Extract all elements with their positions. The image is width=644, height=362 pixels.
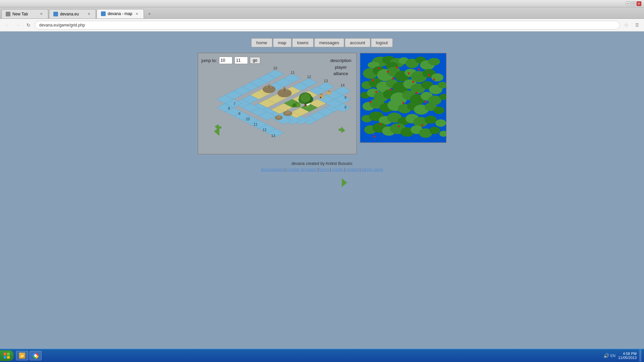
svg-point-105 bbox=[392, 77, 394, 79]
tab-close-new-tab[interactable]: ✕ bbox=[39, 11, 44, 17]
minimize-button[interactable]: ─ bbox=[626, 1, 631, 6]
footer-admin-panel[interactable]: admin panel bbox=[361, 167, 383, 172]
svg-point-107 bbox=[433, 78, 435, 80]
coord-11-bottom: 11 bbox=[253, 122, 257, 126]
coord-x-input[interactable] bbox=[219, 57, 232, 64]
show-desktop[interactable] bbox=[639, 350, 641, 362]
svg-rect-138 bbox=[4, 353, 6, 355]
network-icon: 🔊 bbox=[603, 353, 609, 358]
svg-point-111 bbox=[369, 101, 371, 103]
coord-10-top: 10 bbox=[273, 67, 277, 70]
footer: devana created by Andrei Busuioc devanap… bbox=[261, 161, 383, 172]
tab-label-devana-map: devana - map bbox=[108, 11, 132, 16]
new-tab-button[interactable]: + bbox=[145, 9, 154, 18]
go-button[interactable]: go bbox=[250, 57, 260, 64]
svg-point-106 bbox=[412, 81, 414, 83]
iso-grid-container: 7 8 9 10 11 12 13 10 11 12 13 14 bbox=[202, 67, 354, 150]
svg-point-112 bbox=[402, 102, 404, 104]
taskbar: 📁 🔊 EN 4:58 PM 11/05/2013 bbox=[0, 349, 644, 362]
svg-point-109 bbox=[389, 88, 391, 90]
windows-logo bbox=[3, 352, 10, 359]
svg-point-101 bbox=[408, 72, 410, 74]
coord-9-right: 9 bbox=[344, 96, 346, 100]
back-button[interactable]: ← bbox=[3, 21, 11, 29]
svg-point-132 bbox=[379, 123, 381, 125]
footer-devanapedia[interactable]: devanapedia bbox=[261, 167, 284, 172]
taskbar-clock: 4:58 PM 11/05/2013 bbox=[618, 352, 637, 360]
svg-rect-141 bbox=[7, 356, 10, 359]
tab-devana-map[interactable]: devana - map ✕ bbox=[97, 9, 144, 18]
svg-point-42 bbox=[292, 104, 296, 108]
coord-y-input[interactable] bbox=[234, 57, 248, 64]
map-panel: jump to: go description player alliance bbox=[198, 53, 357, 155]
start-button[interactable] bbox=[0, 350, 13, 361]
coord-9-left: 9 bbox=[238, 112, 240, 116]
clock-date: 11/05/2013 bbox=[618, 356, 637, 360]
nav-towns[interactable]: towns bbox=[292, 38, 314, 47]
chrome-menu[interactable]: ☰ bbox=[633, 21, 641, 29]
footer-terms[interactable]: terms bbox=[319, 167, 329, 172]
taskbar-explorer[interactable]: 📁 bbox=[16, 351, 28, 360]
tab-devana-eu[interactable]: devana.eu ✕ bbox=[49, 9, 96, 18]
svg-rect-140 bbox=[4, 356, 6, 359]
coord-12-bottom: 12 bbox=[262, 128, 266, 132]
coord-8-right: 8 bbox=[344, 105, 346, 109]
nav-home[interactable]: home bbox=[251, 38, 272, 47]
minimap-panel bbox=[360, 53, 447, 143]
nav-arrow-right[interactable] bbox=[342, 178, 347, 187]
maximize-button[interactable]: □ bbox=[631, 1, 636, 6]
svg-point-110 bbox=[416, 92, 418, 94]
iso-grid-svg: 7 8 9 10 11 12 13 10 11 12 13 14 bbox=[202, 67, 354, 150]
new-tab-icon bbox=[6, 12, 10, 16]
nav-map[interactable]: map bbox=[273, 38, 291, 47]
svg-point-122 bbox=[435, 119, 446, 127]
footer-credits[interactable]: credits bbox=[332, 167, 343, 172]
svg-point-99 bbox=[387, 71, 389, 73]
devana-map-tab-icon bbox=[101, 11, 106, 16]
tab-close-devana-eu[interactable]: ✕ bbox=[86, 11, 92, 17]
svg-point-98 bbox=[378, 67, 380, 69]
address-bar[interactable]: devana.eu/game/grid.php bbox=[35, 21, 620, 29]
svg-point-100 bbox=[396, 66, 398, 68]
nav-arrow-down-right[interactable] bbox=[338, 126, 345, 133]
coord-14-top: 14 bbox=[340, 83, 344, 87]
chrome-tabs-bar: New Tab ✕ devana.eu ✕ devana - map ✕ + bbox=[0, 7, 644, 19]
svg-point-19 bbox=[264, 87, 274, 93]
footer-combat-simulator[interactable]: combat simulator bbox=[286, 167, 317, 172]
nav-messages[interactable]: messages bbox=[314, 38, 344, 47]
chrome-titlebar: ─ □ ✕ bbox=[0, 0, 644, 7]
system-tray: 🔊 EN bbox=[603, 353, 615, 358]
footer-contact[interactable]: contact bbox=[346, 167, 359, 172]
close-button[interactable]: ✕ bbox=[637, 1, 641, 6]
nav-bar: home map towns messages account logout bbox=[251, 38, 393, 47]
svg-rect-47 bbox=[327, 92, 331, 95]
chrome-icon bbox=[33, 353, 39, 359]
svg-point-133 bbox=[398, 125, 400, 127]
nav-account[interactable]: account bbox=[345, 38, 370, 47]
coord-7: 7 bbox=[233, 102, 235, 106]
toolbar-extras: ☰ bbox=[633, 21, 641, 29]
svg-point-78 bbox=[438, 82, 447, 88]
refresh-button[interactable]: ↻ bbox=[24, 21, 33, 29]
svg-point-104 bbox=[372, 79, 374, 81]
tab-new-tab[interactable]: New Tab ✕ bbox=[1, 9, 48, 18]
svg-point-40 bbox=[300, 93, 311, 102]
clock-time: 4:58 PM bbox=[618, 352, 637, 356]
forward-button[interactable]: → bbox=[13, 21, 22, 29]
jump-to-label: jump to: bbox=[202, 58, 217, 63]
footer-links: devanapedia | combat simulator | terms |… bbox=[261, 167, 383, 172]
tab-label-devana-eu: devana.eu bbox=[60, 12, 79, 16]
svg-point-59 bbox=[428, 58, 440, 65]
svg-point-23 bbox=[278, 91, 290, 97]
taskbar-right: 🔊 EN 4:58 PM 11/05/2013 bbox=[601, 350, 644, 362]
nav-logout[interactable]: logout bbox=[371, 38, 393, 47]
taskbar-chrome[interactable] bbox=[30, 351, 42, 360]
svg-rect-139 bbox=[7, 353, 10, 355]
svg-point-135 bbox=[373, 135, 375, 137]
coord-13-top: 13 bbox=[324, 79, 328, 83]
svg-point-97 bbox=[434, 107, 444, 114]
bookmark-star[interactable]: ☆ bbox=[622, 21, 631, 29]
svg-point-43 bbox=[297, 104, 301, 108]
tab-close-devana-map[interactable]: ✕ bbox=[134, 11, 140, 16]
chrome-toolbar: ← → ↻ devana.eu/game/grid.php ☆ ☰ bbox=[0, 19, 644, 32]
